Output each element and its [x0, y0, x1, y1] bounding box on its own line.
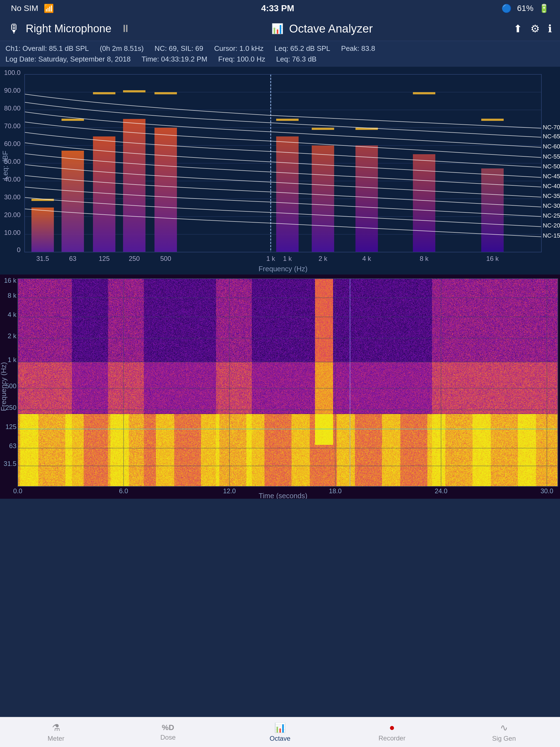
- header-right: ⬆ ⚙ ℹ: [513, 23, 552, 35]
- svg-text:NC-60: NC-60: [543, 143, 560, 150]
- svg-text:80.00: 80.00: [4, 104, 21, 112]
- svg-text:NC-15: NC-15: [543, 232, 560, 239]
- svg-rect-23: [31, 208, 54, 252]
- battery-icon: 🔋: [539, 4, 549, 13]
- tab-siggen-label: Sig Gen: [492, 735, 516, 742]
- app-title: Octave Analyzer: [289, 22, 373, 35]
- spectrogram-canvas: [0, 275, 560, 499]
- svg-text:31.5: 31.5: [36, 255, 49, 262]
- svg-rect-37: [312, 128, 334, 130]
- svg-text:0: 0: [17, 246, 21, 254]
- svg-text:16 k: 16 k: [486, 255, 499, 262]
- svg-text:125: 125: [99, 255, 110, 262]
- svg-text:NC-30: NC-30: [543, 202, 560, 209]
- svg-rect-31: [154, 128, 177, 252]
- spectrogram-container[interactable]: 16 k 8 k 4 k 2 k 1 k 500 250 125 63 31.5…: [0, 275, 560, 499]
- info-row2: Log Date: Saturday, September 8, 2018 Ti…: [5, 54, 555, 65]
- svg-rect-34: [276, 136, 299, 252]
- header: 🎙 Right Microphone ⏸ 📊 Octave Analyzer ⬆…: [0, 17, 560, 41]
- battery-label: 61%: [517, 4, 533, 13]
- svg-text:20.00: 20.00: [4, 211, 21, 218]
- tab-dose-label: Dose: [160, 733, 176, 741]
- svg-text:NC-45: NC-45: [543, 173, 560, 180]
- nc-info: NC: 69, SIL: 69: [154, 43, 203, 54]
- svg-rect-29: [123, 119, 146, 252]
- freq-info: Freq: 100.0 Hz: [218, 54, 265, 65]
- tab-octave-label: Octave: [270, 735, 290, 742]
- leq-info: Leq: 65.2 dB SPL: [275, 43, 330, 54]
- svg-text:70.00: 70.00: [4, 122, 21, 130]
- svg-rect-38: [355, 146, 378, 252]
- svg-text:2 k: 2 k: [319, 255, 328, 262]
- peak-info: Peak: 83.8: [341, 43, 375, 54]
- svg-text:4 k: 4 k: [362, 255, 371, 262]
- svg-rect-41: [413, 92, 435, 94]
- svg-text:1 k: 1 k: [266, 255, 275, 262]
- svg-text:10.00: 10.00: [4, 229, 21, 236]
- carrier-label: No SIM: [11, 4, 38, 13]
- waveform-icon: 📊: [271, 23, 284, 34]
- chart-svg: 100.0 90.00 80.00 70.00 60.00 50.00 40.0…: [0, 67, 560, 275]
- recorder-icon: ●: [389, 722, 395, 733]
- svg-text:8 k: 8 k: [420, 255, 429, 262]
- svg-text:NC-65: NC-65: [543, 133, 560, 140]
- svg-rect-26: [61, 119, 84, 121]
- tab-meter-label: Meter: [48, 735, 64, 742]
- meter-icon: ⚗: [52, 722, 60, 733]
- cursor-info: Cursor: 1.0 kHz: [214, 43, 263, 54]
- svg-text:500: 500: [160, 255, 171, 262]
- svg-text:NC-40: NC-40: [543, 183, 560, 189]
- svg-text:NC-25: NC-25: [543, 212, 560, 219]
- tab-recorder[interactable]: ● Recorder: [336, 717, 448, 747]
- log-date-info: Log Date: Saturday, September 8, 2018: [5, 54, 131, 65]
- svg-rect-36: [312, 146, 334, 252]
- svg-text:100.0: 100.0: [4, 69, 21, 76]
- svg-text:Leq: dBF: Leq: dBF: [1, 151, 9, 180]
- svg-text:NC-55: NC-55: [543, 153, 560, 160]
- svg-text:NC-70: NC-70: [543, 124, 560, 131]
- info-row1: Ch1: Overall: 85.1 dB SPL (0h 2m 8.51s) …: [5, 43, 555, 54]
- svg-rect-28: [93, 92, 116, 94]
- mic-icon: 🎙: [8, 22, 20, 35]
- svg-rect-40: [413, 154, 435, 252]
- mic-label: Right Microphone: [26, 22, 111, 35]
- duration-info: (0h 2m 8.51s): [100, 43, 144, 54]
- info-bar: Ch1: Overall: 85.1 dB SPL (0h 2m 8.51s) …: [0, 41, 560, 67]
- status-right: 🔵 61% 🔋: [502, 4, 549, 13]
- share-icon[interactable]: ⬆: [513, 23, 522, 35]
- tab-meter[interactable]: ⚗ Meter: [0, 717, 112, 747]
- ch1-info: Ch1: Overall: 85.1 dB SPL: [5, 43, 89, 54]
- settings-icon[interactable]: ⚙: [531, 23, 540, 35]
- tab-octave[interactable]: 📊 Octave: [224, 717, 336, 747]
- octave-icon: 📊: [274, 722, 286, 733]
- time-info: Time: 04:33:19.2 PM: [142, 54, 207, 65]
- tab-recorder-label: Recorder: [378, 735, 406, 742]
- svg-text:60.00: 60.00: [4, 140, 21, 147]
- svg-text:90.00: 90.00: [4, 87, 21, 94]
- info-icon[interactable]: ℹ: [548, 23, 552, 35]
- siggen-icon: ∿: [500, 722, 508, 733]
- svg-rect-43: [481, 119, 504, 121]
- tab-dose[interactable]: %D Dose: [112, 717, 224, 747]
- time-label: 4:33 PM: [261, 3, 294, 14]
- svg-text:30.00: 30.00: [4, 193, 21, 201]
- svg-text:Frequency (Hz): Frequency (Hz): [258, 265, 307, 273]
- tab-siggen[interactable]: ∿ Sig Gen: [448, 717, 560, 747]
- svg-text:NC-50: NC-50: [543, 163, 560, 170]
- bluetooth-icon: 🔵: [502, 4, 512, 13]
- leq2-info: Leq: 76.3 dB: [276, 54, 316, 65]
- svg-text:NC-20: NC-20: [543, 222, 560, 229]
- svg-rect-32: [154, 92, 177, 94]
- tab-bar: ⚗ Meter %D Dose 📊 Octave ● Recorder ∿ Si…: [0, 717, 560, 747]
- wifi-icon: 📶: [44, 4, 54, 13]
- status-bar: No SIM 📶 4:33 PM 🔵 61% 🔋: [0, 0, 560, 17]
- status-left: No SIM 📶: [11, 4, 54, 13]
- octave-chart[interactable]: 100.0 90.00 80.00 70.00 60.00 50.00 40.0…: [0, 67, 560, 275]
- pause-button[interactable]: ⏸: [120, 23, 131, 34]
- svg-rect-35: [276, 119, 299, 121]
- svg-text:63: 63: [69, 255, 77, 262]
- header-center: 📊 Octave Analyzer: [136, 22, 508, 35]
- svg-text:250: 250: [129, 255, 140, 262]
- svg-rect-30: [123, 90, 146, 93]
- svg-rect-27: [93, 136, 116, 252]
